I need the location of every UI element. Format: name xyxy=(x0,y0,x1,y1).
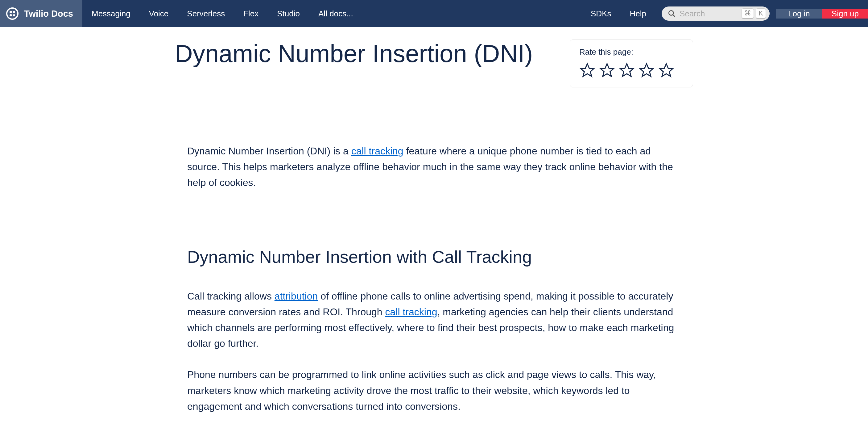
nav-flex[interactable]: Flex xyxy=(234,9,268,19)
login-button[interactable]: Log in xyxy=(776,9,823,19)
nav-serverless[interactable]: Serverless xyxy=(178,9,234,19)
star-icon[interactable] xyxy=(579,62,595,79)
keycap-k: K xyxy=(756,8,766,19)
nav-all-docs[interactable]: All docs... xyxy=(309,9,363,19)
rating-widget: Rate this page: xyxy=(570,39,693,87)
search-icon xyxy=(668,9,676,18)
main-content: Dynamic Number Insertion (DNI) Rate this… xyxy=(175,27,693,415)
nav-messaging[interactable]: Messaging xyxy=(82,9,140,19)
brand-home[interactable]: Twilio Docs xyxy=(0,0,82,27)
primary-nav-items: Messaging Voice Serverless Flex Studio A… xyxy=(82,0,363,27)
rating-label: Rate this page: xyxy=(579,47,684,57)
section-heading: Dynamic Number Insertion with Call Track… xyxy=(187,247,681,267)
body-paragraph: Call tracking allows attribution of offl… xyxy=(187,288,681,352)
svg-line-1 xyxy=(673,15,675,17)
signup-button[interactable]: Sign up xyxy=(823,9,868,19)
svg-marker-2 xyxy=(581,64,594,76)
svg-point-0 xyxy=(669,10,673,15)
star-icon[interactable] xyxy=(639,62,655,79)
twilio-logo-icon xyxy=(6,7,19,20)
svg-marker-5 xyxy=(640,64,653,76)
star-icon[interactable] xyxy=(599,62,615,79)
nav-studio[interactable]: Studio xyxy=(268,9,309,19)
star-icon[interactable] xyxy=(658,62,674,79)
keycap-cmd: ⌘ xyxy=(742,8,754,19)
nav-voice[interactable]: Voice xyxy=(140,9,178,19)
search-shortcut: ⌘ K xyxy=(742,8,766,19)
brand-name: Twilio Docs xyxy=(24,9,73,19)
intro-paragraph: Dynamic Number Insertion (DNI) is a call… xyxy=(187,143,681,191)
article-body: Dynamic Number Insertion (DNI) is a call… xyxy=(175,106,693,415)
body-paragraph: Phone numbers can be programmed to link … xyxy=(187,367,681,415)
search-input[interactable] xyxy=(680,9,738,19)
search-container[interactable]: ⌘ K xyxy=(662,6,770,21)
svg-marker-4 xyxy=(620,64,633,76)
svg-marker-3 xyxy=(600,64,614,76)
top-navigation: Twilio Docs Messaging Voice Serverless F… xyxy=(0,0,868,27)
nav-help[interactable]: Help xyxy=(620,9,655,19)
page-header: Dynamic Number Insertion (DNI) Rate this… xyxy=(175,39,693,106)
page-title: Dynamic Number Insertion (DNI) xyxy=(175,39,557,68)
link-call-tracking[interactable]: call tracking xyxy=(351,145,403,156)
section-divider xyxy=(187,222,681,222)
svg-marker-6 xyxy=(659,64,673,76)
nav-sdks[interactable]: SDKs xyxy=(582,9,620,19)
star-icon[interactable] xyxy=(619,62,635,79)
link-attribution[interactable]: attribution xyxy=(275,291,318,302)
rating-stars xyxy=(579,62,684,79)
link-call-tracking-2[interactable]: call tracking xyxy=(385,306,437,317)
secondary-nav-items: SDKs Help ⌘ K Log in Sign up xyxy=(582,0,868,27)
